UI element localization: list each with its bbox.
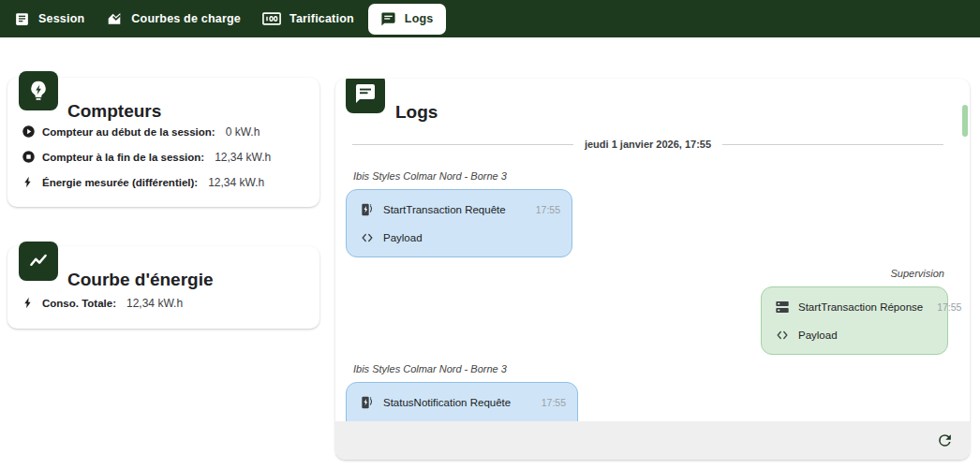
date-divider: jeudi 1 janvier 2026, 17:55 [352, 137, 943, 152]
tab-session[interactable]: Session [14, 11, 84, 27]
compteurs-card: Compteurs Compteur au début de la sessio… [7, 78, 319, 207]
log-message: Ibis Styles Colmar Nord - Borne 3 StartT… [346, 170, 572, 257]
log-message: Supervision StartTransaction Réponse 17:… [761, 268, 948, 355]
metric-label: Énergie mesurée (différentiel): [42, 177, 198, 188]
message-header-row: StartTransaction Requête 17:55 [360, 202, 560, 217]
payload-label: Payload [798, 330, 838, 341]
server-icon [775, 300, 790, 315]
scrollbar-thumb[interactable] [962, 105, 968, 137]
tab-tarification[interactable]: Tarification [262, 11, 354, 26]
metric-label: Conso. Totale: [42, 298, 116, 309]
metric-label: Compteur au début de la session: [42, 126, 215, 138]
message-time: 17:55 [931, 301, 961, 313]
chat-icon [380, 11, 396, 27]
tab-courbes-de-charge[interactable]: Courbes de charge [106, 10, 241, 27]
metric-value: 12,34 kW.h [126, 297, 183, 310]
top-navigation: Session Courbes de charge Tarification L… [0, 0, 980, 37]
metric-value: 0 kW.h [226, 125, 260, 139]
courbe-energie-card: Courbe d'énergie Conso. Totale: 12,34 kW… [7, 246, 319, 329]
line-chart-icon [19, 242, 58, 281]
payload-toggle[interactable]: Payload [775, 329, 936, 342]
tab-label: Logs [405, 12, 434, 25]
bolt-icon [21, 175, 36, 189]
message-title: StartTransaction Requête [383, 204, 506, 215]
tab-label: Tarification [290, 12, 354, 25]
metric-row-total: Conso. Totale: 12,34 kW.h [21, 290, 312, 315]
tab-label: Courbes de charge [131, 12, 241, 25]
tab-label: Session [38, 12, 84, 25]
message-header-row: StartTransaction Réponse 17:55 [775, 300, 936, 315]
request-bubble: StartTransaction Requête 17:55 Payload [346, 189, 572, 257]
message-sender: Ibis Styles Colmar Nord - Borne 3 [353, 170, 572, 183]
code-icon [360, 231, 375, 244]
document-icon [14, 11, 30, 27]
message-sender: Supervision [761, 268, 944, 281]
date-divider-text: jeudi 1 janvier 2026, 17:55 [585, 139, 711, 150]
divider-line [352, 144, 573, 145]
metric-row-energy: Énergie mesurée (différentiel): 12,34 kW… [21, 169, 312, 195]
message-time: 17:55 [530, 204, 560, 215]
courbe-energie-title: Courbe d'énergie [67, 270, 214, 290]
lightbulb-bolt-icon [19, 71, 58, 110]
logs-footer-bar [335, 421, 970, 460]
play-circle-icon [21, 125, 36, 139]
message-sender: Ibis Styles Colmar Nord - Borne 3 [353, 363, 578, 376]
ev-station-icon [360, 202, 375, 217]
message-header-row: StatusNotification Requête 17:55 [360, 395, 566, 410]
refresh-icon [936, 432, 954, 449]
tab-logs[interactable]: Logs [368, 4, 446, 35]
divider-line [722, 144, 943, 145]
metric-value: 12,34 kW.h [208, 176, 264, 189]
payload-toggle[interactable]: Payload [360, 231, 560, 244]
chat-icon [346, 79, 385, 113]
response-bubble: StartTransaction Réponse 17:55 Payload [761, 286, 948, 355]
ev-station-icon [360, 395, 375, 410]
stop-circle-icon [21, 150, 36, 164]
message-time: 17:55 [536, 397, 566, 408]
metric-label: Compteur à la fin de la session: [42, 152, 204, 163]
area-chart-icon [106, 10, 123, 27]
refresh-button[interactable] [932, 429, 957, 453]
metric-row-start: Compteur au début de la session: 0 kW.h [21, 119, 312, 144]
money-icon [262, 11, 281, 26]
code-icon [775, 329, 790, 342]
message-title: StatusNotification Requête [383, 397, 511, 408]
payload-label: Payload [383, 232, 423, 243]
message-title: StartTransaction Réponse [798, 301, 923, 313]
logs-title: Logs [395, 102, 438, 123]
bolt-icon [21, 296, 36, 310]
logs-card: Logs jeudi 1 janvier 2026, 17:55 Ibis St… [335, 79, 970, 460]
metric-row-end: Compteur à la fin de la session: 12,34 k… [21, 144, 312, 169]
metric-value: 12,34 kW.h [215, 151, 271, 164]
